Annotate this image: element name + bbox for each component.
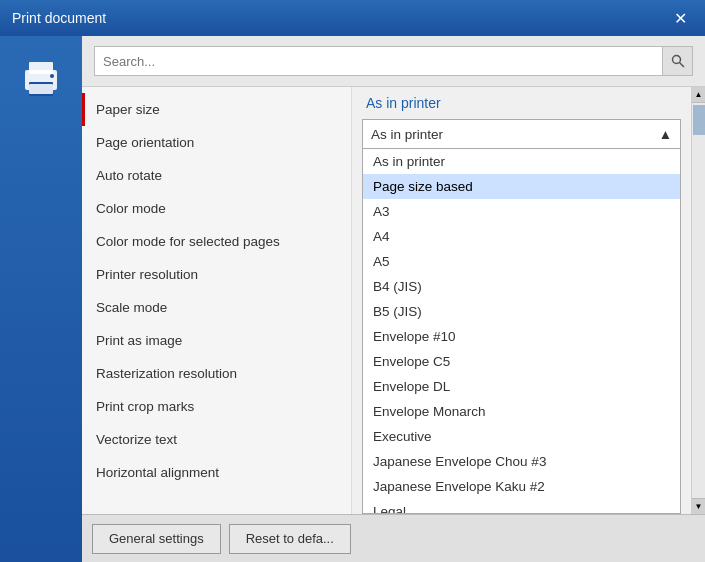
settings-list: Paper sizePage orientationAuto rotateCol… [82, 87, 352, 514]
dropdown-option[interactable]: Envelope DL [363, 374, 680, 399]
printer-icon [19, 56, 63, 106]
dropdown-option[interactable]: A3 [363, 199, 680, 224]
dropdown-container: As in printer ▲ As in printerPage size b… [352, 119, 691, 514]
bottom-bar: General settings Reset to defa... [82, 514, 705, 562]
settings-item[interactable]: Print crop marks [82, 390, 351, 423]
close-button[interactable]: ✕ [667, 5, 693, 31]
general-settings-button[interactable]: General settings [92, 524, 221, 554]
main-area: Paper sizePage orientationAuto rotateCol… [82, 87, 705, 514]
dropdown-option[interactable]: Legal [363, 499, 680, 514]
dropdown-option[interactable]: Envelope #10 [363, 324, 680, 349]
dropdown-list[interactable]: As in printerPage size basedA3A4A5B4 (JI… [362, 149, 681, 514]
reset-button[interactable]: Reset to defa... [229, 524, 351, 554]
settings-item[interactable]: Paper size [82, 93, 351, 126]
settings-item[interactable]: Auto rotate [82, 159, 351, 192]
dropdown-option[interactable]: B4 (JIS) [363, 274, 680, 299]
svg-point-5 [672, 56, 680, 64]
dropdown-option[interactable]: Japanese Envelope Kaku #2 [363, 474, 680, 499]
svg-point-4 [50, 74, 54, 78]
dropdown-option[interactable]: Executive [363, 424, 680, 449]
detail-header: As in printer [352, 87, 691, 119]
settings-item[interactable]: Page orientation [82, 126, 351, 159]
left-panel [0, 36, 82, 562]
dropdown-option[interactable]: A4 [363, 224, 680, 249]
search-bar [82, 36, 705, 87]
print-dialog: Print document ✕ [0, 0, 705, 562]
dropdown-option[interactable]: Page size based [363, 174, 680, 199]
svg-rect-3 [29, 84, 53, 94]
dialog-title: Print document [12, 10, 106, 26]
svg-line-6 [679, 63, 684, 68]
settings-item[interactable]: Horizontal alignment [82, 456, 351, 489]
dropdown-option[interactable]: Envelope Monarch [363, 399, 680, 424]
right-content: Paper sizePage orientationAuto rotateCol… [82, 36, 705, 562]
dropdown-option[interactable]: Envelope C5 [363, 349, 680, 374]
dropdown-option[interactable]: As in printer [363, 149, 680, 174]
settings-item[interactable]: Rasterization resolution [82, 357, 351, 390]
settings-item[interactable]: Print as image [82, 324, 351, 357]
content-area: Paper sizePage orientationAuto rotateCol… [0, 36, 705, 562]
chevron-up-icon: ▲ [659, 127, 672, 142]
settings-item[interactable]: Vectorize text [82, 423, 351, 456]
scroll-down-button[interactable]: ▼ [692, 498, 706, 514]
svg-rect-1 [29, 62, 53, 74]
selected-value: As in printer [371, 127, 443, 142]
dropdown-selected[interactable]: As in printer ▲ [362, 119, 681, 149]
right-scrollbar: ▲ ▼ [691, 87, 705, 514]
settings-item[interactable]: Color mode for selected pages [82, 225, 351, 258]
search-button[interactable] [663, 46, 693, 76]
scroll-up-button[interactable]: ▲ [692, 87, 706, 103]
dropdown-option[interactable]: A5 [363, 249, 680, 274]
settings-item[interactable]: Scale mode [82, 291, 351, 324]
detail-panel: As in printer As in printer ▲ As in prin… [352, 87, 691, 514]
search-input[interactable] [94, 46, 663, 76]
title-bar: Print document ✕ [0, 0, 705, 36]
settings-item[interactable]: Color mode [82, 192, 351, 225]
settings-item[interactable]: Printer resolution [82, 258, 351, 291]
dropdown-option[interactable]: Japanese Envelope Chou #3 [363, 449, 680, 474]
dropdown-option[interactable]: B5 (JIS) [363, 299, 680, 324]
scroll-thumb[interactable] [693, 105, 705, 135]
